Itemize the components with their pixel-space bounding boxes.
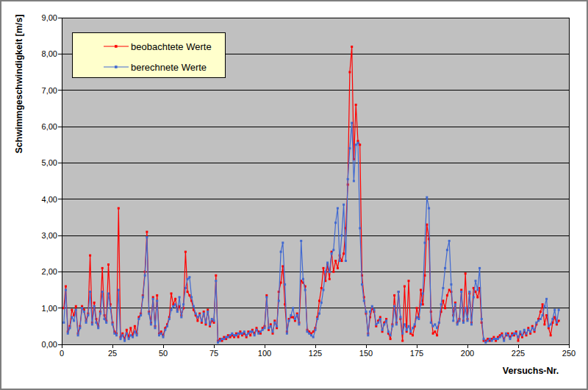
data-point-marker	[473, 296, 475, 298]
data-point-marker	[543, 305, 545, 308]
legend-label-berechnete: berechnete Werte	[131, 62, 207, 73]
data-point-marker	[324, 271, 326, 273]
data-point-marker	[355, 143, 357, 146]
data-point-marker	[351, 46, 353, 48]
y-tick-label: 3,00	[24, 231, 57, 240]
data-point-marker	[195, 313, 197, 315]
data-point-marker	[326, 262, 329, 264]
data-point-marker	[545, 298, 548, 300]
chart-window: Schwimmgeschwindigkeit [m/s] Versuchs-Nr…	[0, 0, 588, 390]
data-point-marker	[351, 122, 353, 124]
data-point-marker	[168, 318, 171, 320]
data-point-marker	[265, 296, 268, 298]
data-point-marker	[67, 333, 69, 335]
data-point-marker	[83, 311, 85, 313]
data-point-marker	[241, 333, 243, 335]
data-point-marker	[390, 338, 392, 340]
data-point-marker	[262, 329, 264, 331]
data-point-marker	[123, 340, 126, 342]
data-point-marker	[107, 263, 110, 266]
data-point-marker	[286, 333, 288, 335]
data-point-marker	[179, 296, 181, 298]
y-tick-label: 4,00	[24, 195, 57, 204]
data-point-marker	[188, 294, 190, 297]
data-point-marker	[422, 292, 424, 294]
data-point-marker	[359, 227, 361, 230]
data-point-marker	[467, 319, 469, 322]
data-point-marker	[416, 307, 418, 309]
data-point-marker	[375, 323, 377, 325]
data-point-marker	[65, 286, 67, 288]
data-point-marker	[507, 334, 509, 336]
data-point-marker	[412, 334, 414, 336]
data-point-marker	[365, 311, 368, 313]
data-point-marker	[484, 341, 487, 344]
data-point-marker	[187, 291, 189, 293]
data-point-marker	[203, 313, 205, 315]
data-point-marker	[434, 323, 436, 325]
data-point-marker	[503, 340, 505, 342]
data-point-marker	[515, 333, 517, 335]
data-point-marker	[211, 318, 213, 320]
data-point-marker	[318, 313, 320, 315]
data-point-marker	[134, 325, 136, 327]
data-point-marker	[334, 260, 337, 262]
y-tick-label: 8,00	[24, 49, 57, 58]
data-point-marker	[129, 334, 132, 336]
data-point-marker	[347, 178, 349, 180]
data-point-marker	[239, 333, 241, 335]
data-point-marker	[223, 338, 225, 340]
data-point-marker	[231, 333, 233, 335]
data-point-marker	[249, 330, 251, 333]
data-point-marker	[65, 289, 67, 291]
data-point-marker	[424, 241, 426, 244]
data-point-marker	[454, 303, 456, 305]
data-point-marker	[134, 330, 136, 333]
data-point-marker	[315, 329, 317, 331]
data-point-marker	[97, 327, 99, 329]
data-point-marker	[284, 283, 286, 286]
data-point-marker	[553, 309, 556, 311]
data-point-marker	[150, 323, 152, 325]
data-point-marker	[221, 338, 223, 340]
data-point-marker	[137, 318, 140, 320]
data-point-marker	[174, 303, 176, 305]
data-point-marker	[254, 334, 256, 336]
data-point-marker	[264, 327, 266, 329]
data-point-marker	[205, 322, 207, 324]
data-point-marker	[290, 314, 292, 316]
data-point-marker	[517, 336, 520, 338]
data-point-marker	[523, 329, 526, 331]
data-point-marker	[440, 303, 442, 305]
data-point-marker	[77, 334, 79, 336]
data-point-marker	[237, 336, 240, 338]
data-point-marker	[95, 322, 97, 324]
data-point-marker	[409, 330, 412, 333]
data-point-marker	[156, 294, 158, 297]
data-point-marker	[442, 287, 444, 289]
data-point-marker	[154, 327, 157, 329]
data-point-marker	[448, 240, 451, 242]
data-point-marker	[398, 291, 400, 293]
data-point-marker	[543, 323, 545, 325]
data-point-marker	[152, 298, 154, 300]
data-point-marker	[537, 319, 539, 322]
data-point-marker	[132, 336, 134, 338]
data-point-marker	[91, 323, 93, 325]
data-point-marker	[166, 325, 168, 327]
data-point-marker	[334, 221, 337, 224]
data-point-marker	[118, 208, 120, 210]
data-point-marker	[430, 322, 432, 324]
data-point-marker	[404, 286, 406, 288]
data-point-marker	[534, 329, 536, 331]
data-point-marker	[105, 322, 107, 324]
x-tick-label: 100	[252, 349, 277, 358]
data-point-marker	[235, 334, 237, 336]
data-point-marker	[432, 333, 434, 335]
y-tick-label: 7,00	[24, 86, 57, 95]
data-point-marker	[172, 305, 174, 308]
data-point-marker	[399, 316, 401, 319]
x-axis-title: Versuchs-Nr.	[472, 366, 588, 376]
y-tick-label: 1,00	[24, 304, 57, 313]
data-point-marker	[468, 291, 470, 293]
